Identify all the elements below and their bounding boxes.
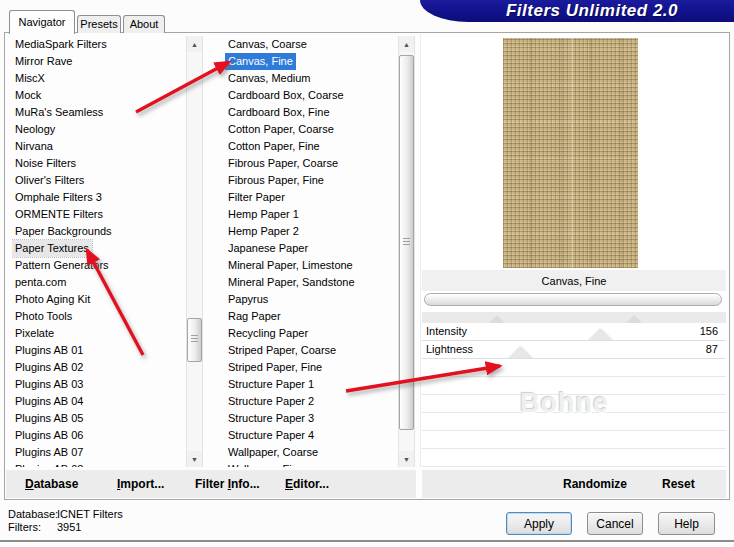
tab-presets[interactable]: Presets [77,15,121,33]
filter-item[interactable]: Striped Paper, Coarse [214,342,396,359]
filter-item[interactable]: Canvas, Medium [214,70,396,87]
filter-item[interactable]: Fibrous Paper, Coarse [214,155,396,172]
filter-item[interactable]: Wallpaper, Fine [214,461,396,467]
category-item[interactable]: MuRa's Seamless [12,104,184,121]
category-item[interactable]: Neology [12,121,184,138]
category-item[interactable]: Omphale Filters 3 [12,189,184,206]
category-item[interactable]: Nirvana [12,138,184,155]
filter-item[interactable]: Cardboard Box, Fine [214,104,396,121]
param-value: 156 [700,323,718,340]
slider-header-strip [422,312,726,323]
scroll-down-icon[interactable]: ▼ [399,451,414,467]
editor-button[interactable]: Editor... [285,477,329,491]
apply-button[interactable]: Apply [506,512,572,535]
import-button[interactable]: Import... [117,477,164,491]
filter-scrollbar[interactable]: ▲ ▼ [398,36,415,467]
filter-list: Canvas, CoarseCanvas, FineCanvas, Medium… [214,36,396,467]
scroll-up-icon[interactable]: ▲ [187,36,202,52]
category-scrollbar[interactable]: ▲ ▼ [186,36,203,467]
category-item[interactable]: Paper Textures [12,240,184,257]
filter-item[interactable]: Hemp Paper 1 [214,206,396,223]
category-item[interactable]: Plugins AB 01 [12,342,184,359]
category-item[interactable]: Plugins AB 08 [12,461,184,467]
category-item[interactable]: Plugins AB 07 [12,444,184,461]
filter-item[interactable]: Japanese Paper [214,240,396,257]
cancel-button[interactable]: Cancel [587,512,643,535]
filter-item[interactable]: Wallpaper, Coarse [214,444,396,461]
scrollbar-thumb[interactable] [187,318,202,362]
preview-caption-bar: Canvas, Fine [422,270,726,291]
category-item[interactable]: Photo Tools [12,308,184,325]
randomize-button[interactable]: Randomize [563,477,627,491]
status-database-row: Database:ICNET Filters [8,508,123,521]
filter-item[interactable]: Hemp Paper 2 [214,223,396,240]
category-item[interactable]: Plugins AB 06 [12,427,184,444]
category-item[interactable]: Oliver's Filters [12,172,184,189]
parameter-sliders: Intensity 156 Lightness 87 [422,323,726,359]
help-button[interactable]: Help [658,512,715,535]
filter-item[interactable]: Mineral Paper, Sandstone [214,274,396,291]
tab-navigator[interactable]: Navigator [9,10,75,34]
database-value: ICNET Filters [57,508,123,520]
filter-item[interactable]: Mineral Paper, Limestone [214,257,396,274]
scrollbar-thumb[interactable] [399,55,414,430]
status-area: Database:ICNET Filters Filters:3951 [8,508,123,534]
category-item[interactable]: Photo Aging Kit [12,291,184,308]
tab-about[interactable]: About [123,15,165,33]
scroll-down-icon[interactable]: ▼ [187,451,202,467]
category-item[interactable]: Plugins AB 02 [12,359,184,376]
default-marker-icon [489,315,505,323]
category-item[interactable]: Plugins AB 05 [12,410,184,427]
slider-thumb-triangle-icon[interactable] [588,328,612,340]
filter-item[interactable]: Structure Paper 3 [214,410,396,427]
category-item[interactable]: Noise Filters [12,155,184,172]
category-item[interactable]: MiscX [12,70,184,87]
filter-item[interactable]: Filter Paper [214,189,396,206]
watermark-text: Bohne [520,388,609,419]
default-marker-icon [626,315,642,323]
database-label: Database: [8,508,57,521]
category-item[interactable]: Mock [12,87,184,104]
param-slider-row[interactable]: Intensity 156 [422,323,726,341]
preview-caption: Canvas, Fine [542,275,607,287]
preview-scroll-track[interactable] [424,293,722,306]
title-banner: Filters Unlimited 2.0 [420,0,734,22]
filters-unlimited-dialog: Filters Unlimited 2.0 NavigatorPresetsAb… [0,0,734,547]
filter-item[interactable]: Rag Paper [214,308,396,325]
param-value: 87 [706,341,718,358]
param-label: Lightness [426,341,473,358]
category-item[interactable]: Paper Backgrounds [12,223,184,240]
filter-item[interactable]: Structure Paper 1 [214,376,396,393]
slider-thumb-triangle-icon[interactable] [508,346,532,358]
category-item[interactable]: ORMENTE Filters [12,206,184,223]
param-label: Intensity [426,323,467,340]
param-slider-row[interactable]: Lightness 87 [422,341,726,359]
filter-item[interactable]: Fibrous Paper, Fine [214,172,396,189]
filter-item[interactable]: Structure Paper 2 [214,393,396,410]
filter-item[interactable]: Cotton Paper, Fine [214,138,396,155]
category-item[interactable]: Plugins AB 03 [12,376,184,393]
filter-item[interactable]: Structure Paper 4 [214,427,396,444]
category-item[interactable]: Plugins AB 04 [12,393,184,410]
filter-item[interactable]: Canvas, Fine [214,53,396,70]
filter-info-button[interactable]: Filter Info... [195,477,260,491]
window-bottom-edge [0,540,734,543]
filter-item[interactable]: Striped Paper, Fine [214,359,396,376]
filter-preview-image [503,38,638,268]
category-item[interactable]: Pattern Generators [12,257,184,274]
scroll-up-icon[interactable]: ▲ [399,36,414,52]
category-list: MediaSpark FiltersMirror RaveMiscXMockMu… [12,36,184,467]
category-item[interactable]: Mirror Rave [12,53,184,70]
filter-item[interactable]: Papyrus [214,291,396,308]
category-item[interactable]: MediaSpark Filters [12,36,184,53]
filter-item[interactable]: Cotton Paper, Coarse [214,121,396,138]
category-item[interactable]: penta.com [12,274,184,291]
filter-item[interactable]: Cardboard Box, Coarse [214,87,396,104]
filter-item[interactable]: Canvas, Coarse [214,36,396,53]
category-item[interactable]: Pixelate [12,325,184,342]
app-title: Filters Unlimited 2.0 [476,1,678,21]
filters-value: 3951 [57,521,81,533]
reset-button[interactable]: Reset [662,477,695,491]
filter-item[interactable]: Recycling Paper [214,325,396,342]
database-button[interactable]: Database [25,477,78,491]
